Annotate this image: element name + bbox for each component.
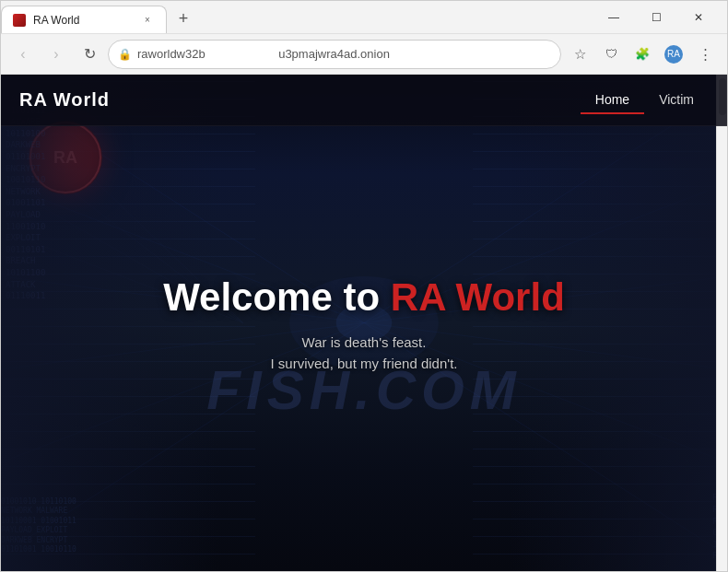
hero-section: Welcome to RA World War is death's feast… <box>74 275 654 371</box>
nav-bar: ‹ › ↻ 🔒 raworldw32b u3pmajwra4ad.onion ☆… <box>1 34 727 75</box>
nav-icons: ☆ 🛡 🧩 RA ⋮ <box>565 40 720 69</box>
new-tab-button[interactable]: + <box>170 6 196 31</box>
lock-icon: 🔒 <box>118 48 132 61</box>
nav-link-victim[interactable]: Victim <box>644 87 709 114</box>
refresh-button[interactable]: ↻ <box>75 40 104 69</box>
hero-title-accent: RA World <box>391 275 565 319</box>
refresh-icon: ↻ <box>84 45 96 63</box>
shield-icon: 🛡 <box>605 47 617 61</box>
forward-icon: › <box>53 46 58 63</box>
browser-window: RA World × + — ☐ ✕ ‹ › ↻ 🔒 raworldw32b <box>0 0 728 572</box>
hero-title-prefix: Welcome to <box>163 275 391 319</box>
back-icon: ‹ <box>20 46 25 63</box>
tab-favicon <box>13 14 26 27</box>
nav-link-home[interactable]: Home <box>581 87 644 114</box>
extensions-icon: 🧩 <box>635 47 650 61</box>
tab-title: RA World <box>33 14 133 27</box>
hero-subtitle-1: War is death's feast. <box>74 334 654 350</box>
address-text: raworldw32b u3pmajwra4ad.onion <box>137 47 551 61</box>
address-bar[interactable]: 🔒 raworldw32b u3pmajwra4ad.onion <box>108 40 561 69</box>
tab-bar: RA World × + <box>1 1 585 33</box>
shield-button[interactable]: 🛡 <box>596 40 626 69</box>
webpage: RA RAWORLD01001011MALWARE10110100DARKWEB… <box>1 75 727 571</box>
profile-button[interactable]: RA <box>659 40 688 69</box>
close-button[interactable]: ✕ <box>677 1 720 34</box>
maximize-button[interactable]: ☐ <box>635 1 677 34</box>
profile-icon: RA <box>664 45 683 64</box>
hero-subtitle-2: I survived, but my friend didn't. <box>74 356 654 371</box>
hero-title: Welcome to RA World <box>74 275 654 320</box>
scrollbar[interactable] <box>716 75 727 571</box>
tab-close-button[interactable]: × <box>140 13 155 28</box>
window-controls: — ☐ ✕ <box>585 1 727 33</box>
browser-tab[interactable]: RA World × <box>1 6 167 33</box>
site-nav-links: Home Victim <box>581 87 709 114</box>
bookmark-button[interactable]: ☆ <box>565 40 594 69</box>
site-navbar: RA World Home Victim <box>1 75 727 126</box>
title-bar: RA World × + — ☐ ✕ <box>1 1 727 34</box>
site-logo-text: RA World <box>19 89 110 111</box>
minimize-button[interactable]: — <box>593 1 635 34</box>
star-icon: ☆ <box>574 46 586 63</box>
menu-icon: ⋮ <box>699 46 712 63</box>
back-button[interactable]: ‹ <box>8 40 38 69</box>
extensions-button[interactable]: 🧩 <box>628 40 657 69</box>
forward-button[interactable]: › <box>41 40 71 69</box>
menu-button[interactable]: ⋮ <box>690 40 720 69</box>
